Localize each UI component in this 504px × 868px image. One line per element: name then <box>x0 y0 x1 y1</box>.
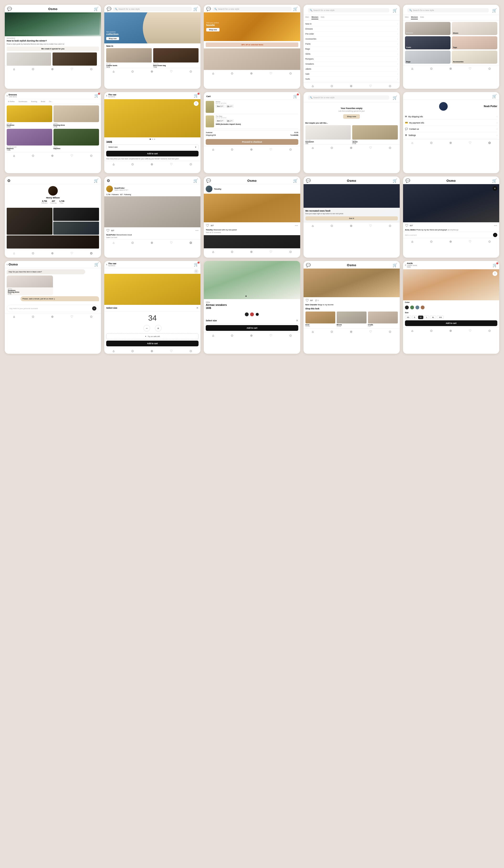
cart-icon[interactable]: 🛒 <box>293 7 298 11</box>
menu-new-in[interactable]: New in› <box>306 21 398 27</box>
close-sheet-btn[interactable]: ✕ <box>296 319 298 322</box>
menu-sneakers[interactable]: Sneakers› <box>306 62 398 66</box>
select-size-button[interactable]: Select size ∨ <box>106 145 198 149</box>
contact-menu-item[interactable]: 💬 Contact us › <box>405 126 497 132</box>
nav-search[interactable]: ⊙ <box>231 334 233 337</box>
menu-accessories[interactable]: Accessories› <box>306 37 398 41</box>
nav-heart[interactable]: ♡ <box>170 241 173 245</box>
nav-search[interactable]: ⊙ <box>32 154 34 157</box>
cart-icon[interactable]: 🛒 <box>193 178 198 183</box>
feed-img-4[interactable] <box>7 235 99 249</box>
filter-sundresses[interactable]: Sundresses <box>17 100 28 103</box>
cart-icon-badge[interactable]: 🛒2 <box>293 94 298 99</box>
nav-home[interactable]: ⌂ <box>411 329 413 332</box>
size-xs[interactable]: XS <box>405 316 411 319</box>
nav-add[interactable]: ⊕ <box>250 148 253 151</box>
nav-profile[interactable]: ⊙ <box>289 250 292 254</box>
size-xxl[interactable]: XXl <box>437 316 444 319</box>
nav-add[interactable]: ⊕ <box>51 315 54 318</box>
nav-home[interactable]: ⌂ <box>113 70 114 73</box>
nav-search[interactable]: ⊙ <box>231 72 233 75</box>
look-brand-3[interactable]: Cradle Paris <box>368 311 398 327</box>
nav-heart[interactable]: ♡ <box>70 251 73 255</box>
product-boots[interactable]: the raw Leather boots 340$ <box>106 48 152 68</box>
color-dark[interactable] <box>255 312 259 316</box>
cart-badge-btn[interactable]: 🛒1 <box>194 262 198 267</box>
size-decrease-btn[interactable]: − <box>143 325 150 332</box>
feed-img-2[interactable] <box>53 208 99 221</box>
nav-home[interactable]: ⌂ <box>411 67 413 70</box>
nav-heart[interactable]: ♡ <box>369 146 372 149</box>
wishlist-button[interactable]: ♡ <box>194 101 198 106</box>
nav-profile[interactable]: ⊙ <box>488 141 491 145</box>
ar-try-on-btn[interactable]: ✦ Try on with AR <box>106 333 198 339</box>
got-it-button[interactable]: Got it <box>306 216 398 220</box>
nav-home[interactable]: ⌂ <box>212 334 214 337</box>
nav-home[interactable]: ⌂ <box>411 240 413 243</box>
nav-search[interactable]: ⊙ <box>131 349 134 353</box>
size-m[interactable]: M <box>418 316 423 319</box>
more-icon[interactable]: ••• <box>494 224 497 227</box>
color-green[interactable] <box>410 306 414 309</box>
qty-select-1[interactable]: Qty 1∧ <box>226 105 234 107</box>
cart-icon[interactable]: 🛒 <box>492 8 497 13</box>
fav-shop-button[interactable]: Shop now <box>343 114 360 119</box>
tab-kids[interactable]: Kids <box>321 16 325 19</box>
cart-with-badge[interactable]: 🛒2 <box>94 93 99 98</box>
nav-search[interactable]: ⊙ <box>131 241 134 245</box>
nav-profile[interactable]: ⊙ <box>90 315 93 318</box>
nav-home[interactable]: ⌂ <box>212 72 214 75</box>
cart-with-badge[interactable]: 🛒1 <box>194 93 198 98</box>
nav-add[interactable]: ⊕ <box>350 330 352 333</box>
nav-heart[interactable]: ♡ <box>369 224 372 228</box>
nav-home[interactable]: ⌂ <box>312 84 314 88</box>
nav-home[interactable]: ⌂ <box>13 251 15 255</box>
filter-co[interactable]: Co... <box>48 100 54 103</box>
cart-icon[interactable]: 🛒 <box>94 7 99 11</box>
like-icon[interactable]: ♡ <box>106 228 110 233</box>
nav-home[interactable]: ⌂ <box>312 224 314 228</box>
send-button[interactable]: → <box>493 233 497 237</box>
nav-heart[interactable]: ♡ <box>70 67 73 71</box>
view-comments[interactable]: View all 12 comments <box>204 231 300 234</box>
nav-profile[interactable]: ⊙ <box>389 146 391 149</box>
close-btn[interactable]: ✕ <box>493 186 497 191</box>
nav-search[interactable]: ⊙ <box>430 329 433 332</box>
cart-icon[interactable]: 🛒 <box>393 8 397 13</box>
tab-women[interactable]: Women <box>311 16 318 19</box>
sneaker-add-cart-btn[interactable]: Add to cart <box>206 325 298 331</box>
menu-sale[interactable]: Sale› <box>306 72 398 76</box>
nav-profile[interactable]: ⊙ <box>289 334 292 337</box>
chat-input-area[interactable]: Say Hello to your personal assistant • <box>7 305 99 312</box>
cart-icon[interactable]: 🛒 <box>492 94 497 99</box>
nav-home[interactable]: ⌂ <box>13 67 15 71</box>
back-button[interactable]: ‹ <box>7 263 8 266</box>
nav-search[interactable]: ⊙ <box>32 251 34 255</box>
add-to-cart-btn[interactable]: Add to cart <box>106 341 198 347</box>
nav-heart[interactable]: ♡ <box>469 67 472 70</box>
cart-icon[interactable]: 🛒 <box>492 178 497 183</box>
menu-preorder[interactable]: Pre-order› <box>306 31 398 37</box>
menu-bags[interactable]: Bags› <box>306 46 398 52</box>
menu-jakets[interactable]: Jakets› <box>306 66 398 72</box>
nav-home[interactable]: ⌂ <box>113 241 114 245</box>
cart-icon[interactable]: 🛒 <box>193 7 198 11</box>
shop-now-btn[interactable]: Shop now <box>106 37 119 40</box>
nav-home[interactable]: ⌂ <box>411 141 413 145</box>
nav-profile[interactable]: ⊙ <box>90 154 93 157</box>
nav-home[interactable]: ⌂ <box>212 250 214 254</box>
color-brown[interactable] <box>421 306 424 309</box>
size-l[interactable]: L <box>424 316 429 319</box>
nav-search[interactable]: ⊙ <box>330 330 333 333</box>
nav-profile[interactable]: ⊙ <box>289 72 292 75</box>
wishlist-btn[interactable]: ♡ <box>493 271 497 276</box>
settings-icon[interactable]: ⚙ <box>7 178 10 183</box>
nav-add[interactable]: ⊕ <box>250 250 253 254</box>
cart-icon[interactable]: 🛒 <box>94 262 99 267</box>
nav-search[interactable]: ⊙ <box>231 250 233 254</box>
nav-profile[interactable]: ⊙ <box>289 148 292 151</box>
tab-men[interactable]: Men <box>306 16 309 19</box>
qty-select-2[interactable]: Qty 1∧ <box>226 119 234 122</box>
checkout-button[interactable]: Proceed to checkout <box>206 139 298 145</box>
cat-dresses[interactable]: Dresses <box>405 22 451 35</box>
